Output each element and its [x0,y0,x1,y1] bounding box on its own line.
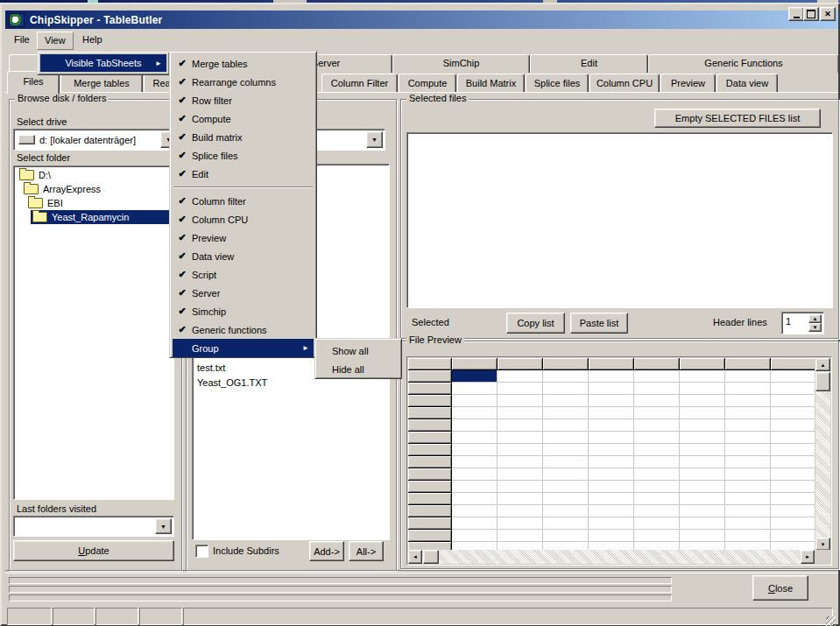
grid-cell[interactable] [452,395,498,407]
grid-column-header[interactable] [589,358,634,370]
tab-column-cpu[interactable]: Column CPU [589,74,660,93]
vscroll-thumb[interactable] [815,372,830,391]
grid-cell[interactable] [725,530,771,542]
grid-cell[interactable] [634,395,680,407]
copy-list-button[interactable]: Copy list [506,313,565,334]
tab-merge-tables[interactable]: Merge tables [60,74,143,93]
tab-splice-files[interactable]: Splice files [526,74,589,93]
grid-cell[interactable] [680,481,725,493]
grid-cell[interactable] [680,505,725,517]
grid-cell[interactable] [498,481,543,493]
grid-cell[interactable] [680,468,725,481]
scroll-up-button[interactable]: ▲ [815,358,830,371]
grid-cell[interactable] [543,493,589,505]
grid-cell[interactable] [452,468,498,481]
grid-cell[interactable] [589,505,634,517]
grid-cell[interactable] [589,481,634,493]
grid-cell[interactable] [543,395,589,407]
menu-help[interactable]: Help [75,32,109,48]
grid-cell[interactable] [498,444,543,456]
grid-row-header[interactable] [408,432,452,444]
grid-cell[interactable] [589,419,634,432]
grid-cell[interactable] [725,505,771,517]
grid-cell[interactable] [771,444,815,456]
grid-cell[interactable] [725,517,771,530]
grid-cell[interactable] [771,383,815,395]
grid-cell[interactable] [771,407,815,419]
hscroll-thumb[interactable] [423,550,439,564]
grid-column-header[interactable] [680,358,725,370]
grid-cell[interactable] [452,481,498,493]
paste-list-button[interactable]: Paste list [570,313,628,334]
grid-cell[interactable] [498,383,543,395]
menu-item-group[interactable]: Group► [173,339,314,357]
grid-row-header[interactable] [408,383,452,395]
grid-row-header[interactable] [408,444,452,456]
preview-grid-hscrollbar[interactable]: ◄ ► [408,550,815,564]
drive-combobox[interactable]: d: [lokaler datenträger] ▼ [13,129,180,151]
grid-row-header[interactable] [408,407,452,419]
grid-row-header[interactable] [408,505,452,517]
grid-cell[interactable] [498,456,543,468]
close-button[interactable]: Close [752,575,808,601]
menu-item-data-view[interactable]: ✔Data view [173,247,314,265]
grid-cell[interactable] [589,383,634,395]
grid-cell[interactable] [498,530,543,542]
grid-cell[interactable] [725,456,771,468]
grid-cell[interactable] [771,370,815,383]
tab-preview[interactable]: Preview [660,74,716,93]
grid-cell[interactable] [498,468,543,481]
grid-cell[interactable] [452,407,498,419]
grid-cell[interactable] [589,370,634,383]
last-folders-dropdown-button[interactable]: ▼ [155,518,172,534]
title-bar[interactable]: ChipSkipper - TableButler [5,11,838,29]
menu-item-generic-functions[interactable]: ✔Generic functions [173,320,314,339]
menu-item-compute[interactable]: ✔Compute [173,109,314,128]
menu-item-script[interactable]: ✔Script [173,265,314,284]
grid-cell[interactable] [452,530,498,542]
empty-selected-files-button[interactable]: Empty SELECTED FILES list [654,109,821,128]
grid-cell[interactable] [680,444,725,456]
grid-cell[interactable] [452,383,498,395]
grid-cell[interactable] [680,370,725,383]
grid-row-header[interactable] [408,517,452,530]
grid-cell[interactable] [725,383,771,395]
grid-cell[interactable] [680,493,725,505]
grid-cell[interactable] [771,530,815,542]
hscroll-track[interactable] [422,550,801,564]
grid-cell[interactable] [771,395,815,407]
grid-cell[interactable] [543,383,589,395]
grid-cell[interactable] [543,468,589,481]
scroll-right-button[interactable]: ► [801,550,815,564]
grid-cell[interactable] [680,517,725,530]
grid-cell[interactable] [498,395,543,407]
grid-cell[interactable] [725,444,771,456]
grid-cell[interactable] [589,517,634,530]
grid-cell[interactable] [634,468,680,481]
grid-row-header[interactable] [408,481,452,493]
grid-cell[interactable] [680,456,725,468]
grid-cell[interactable] [452,419,498,432]
selected-files-list[interactable] [406,132,833,308]
grid-cell[interactable] [498,517,543,530]
grid-column-header[interactable] [771,358,815,370]
grid-cell[interactable] [452,505,498,517]
grid-column-header[interactable] [452,358,498,370]
menu-item-simchip[interactable]: ✔Simchip [173,302,314,320]
grid-column-header[interactable] [498,358,543,370]
grid-cell[interactable] [725,395,771,407]
menu-item-show-all[interactable]: Show all [318,341,399,360]
grid-cell[interactable] [634,419,680,432]
grid-cell[interactable] [589,530,634,542]
file-mask-dropdown-button[interactable]: ▼ [366,131,383,148]
grid-cell[interactable] [634,444,680,456]
grid-cell[interactable] [680,407,725,419]
grid-column-header[interactable] [725,358,771,370]
tree-item-selected[interactable]: Yeast_Rapamycin [31,210,173,224]
vscroll-track[interactable] [815,371,830,538]
grid-cell[interactable] [589,407,634,419]
grid-cell[interactable] [543,444,589,456]
grid-cell[interactable] [634,407,680,419]
spin-up-button[interactable]: ▲ [808,314,822,323]
grid-cell[interactable] [543,505,589,517]
